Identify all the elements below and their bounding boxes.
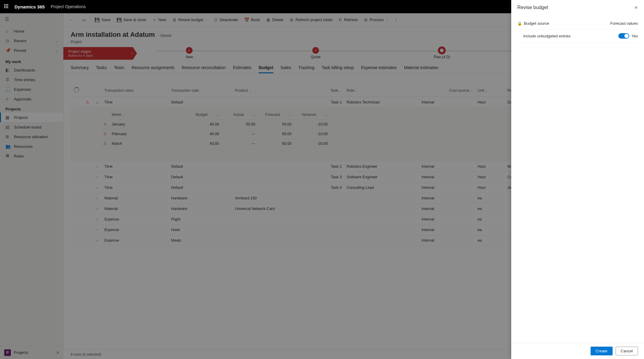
- include-toggle-wrap: Yes: [618, 33, 638, 39]
- budget-source-value: Forecast values: [610, 21, 638, 26]
- panel-header: Revise budget ✕: [511, 0, 644, 15]
- include-unbudgeted-toggle[interactable]: [618, 33, 629, 39]
- revise-budget-panel: Revise budget ✕ 🔒 Budget source Forecast…: [511, 0, 644, 359]
- field-include-unbudgeted: Include unbudgeted entries Yes: [517, 30, 638, 43]
- app-launcher-icon[interactable]: [4, 4, 9, 9]
- budget-source-label: 🔒 Budget source: [517, 21, 610, 26]
- panel-title: Revise budget: [517, 5, 548, 10]
- field-budget-source: 🔒 Budget source Forecast values: [517, 17, 638, 30]
- panel-close-button[interactable]: ✕: [634, 5, 638, 10]
- cancel-button[interactable]: Cancel: [616, 347, 638, 355]
- module-label: Project Operations: [51, 4, 86, 9]
- brand-label: Dynamics 365: [14, 4, 45, 9]
- panel-footer: Create Cancel: [511, 343, 644, 359]
- include-unbudgeted-label: Include unbudgeted entries: [517, 34, 618, 38]
- lock-icon: 🔒: [517, 21, 522, 26]
- panel-body: 🔒 Budget source Forecast values Include …: [511, 15, 644, 343]
- create-button[interactable]: Create: [591, 347, 613, 355]
- close-icon: ✕: [634, 5, 638, 10]
- include-unbudgeted-value: Yes: [632, 34, 638, 38]
- budget-source-label-text: Budget source: [524, 21, 549, 26]
